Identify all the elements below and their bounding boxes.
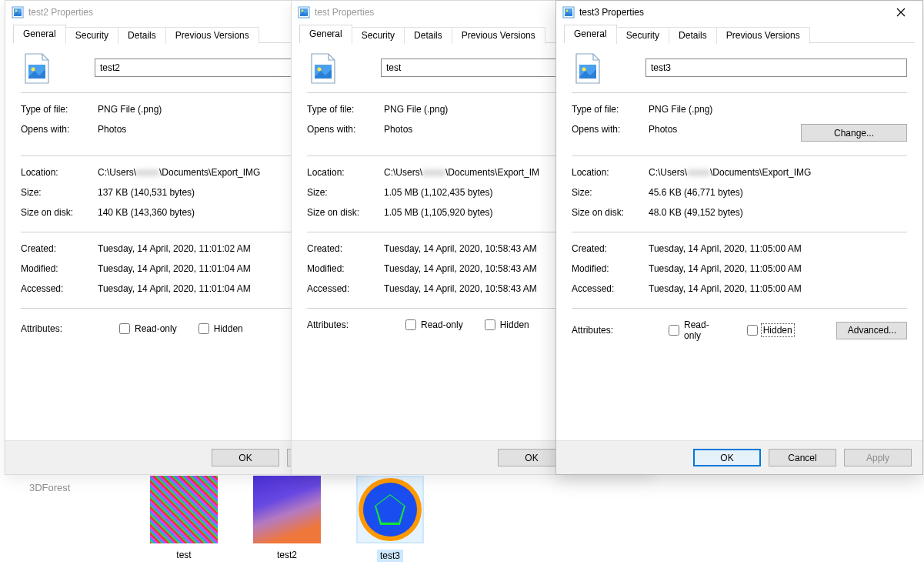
tab-previous-versions[interactable]: Previous Versions: [452, 27, 545, 44]
thumbnail-image: [150, 476, 218, 543]
value-size-on-disk: 48.0 KB (49,152 bytes): [649, 207, 907, 218]
window-icon: [12, 6, 24, 18]
label-location: Location:: [21, 167, 98, 178]
label-created: Created:: [307, 243, 384, 254]
filename-input[interactable]: [645, 59, 907, 77]
window-title: test3 Properties: [579, 7, 644, 18]
label-size: Size:: [307, 187, 384, 198]
label-type: Type of file:: [307, 104, 384, 115]
label-accessed: Accessed:: [21, 283, 98, 294]
thumbnail-caption: test3: [377, 550, 403, 562]
thumbnail-image: [253, 476, 321, 543]
tab-previous-versions[interactable]: Previous Versions: [165, 27, 259, 44]
advanced-button[interactable]: Advanced...: [836, 322, 907, 339]
tab-previous-versions[interactable]: Previous Versions: [716, 27, 810, 44]
label-size-on-disk: Size on disk:: [307, 207, 384, 218]
label-size-on-disk: Size on disk:: [21, 207, 98, 218]
tab-security[interactable]: Security: [616, 27, 669, 44]
file-type-icon: [24, 52, 50, 83]
thumbnail-image: [356, 476, 424, 543]
label-opens-with: Opens with:: [307, 124, 384, 142]
label-type: Type of file:: [21, 104, 98, 115]
value-modified: Tuesday, 14 April, 2020, 11:05:00 AM: [649, 263, 907, 274]
window-icon: [298, 6, 310, 18]
value-type: PNG File (.png): [649, 104, 907, 115]
label-size: Size:: [21, 187, 98, 198]
window-title: test Properties: [315, 7, 374, 18]
value-created: Tuesday, 14 April, 2020, 11:05:00 AM: [649, 243, 907, 254]
label-size: Size:: [572, 187, 649, 198]
window-title: test2 Properties: [28, 7, 93, 18]
label-created: Created:: [572, 243, 649, 254]
tab-bar: General Security Details Previous Versio…: [556, 24, 922, 42]
thumbnail-test2[interactable]: test2: [253, 476, 321, 562]
tab-general[interactable]: General: [13, 25, 66, 43]
label-modified: Modified:: [21, 263, 98, 274]
ok-button[interactable]: OK: [212, 449, 279, 466]
close-button[interactable]: [886, 2, 916, 23]
file-type-icon: [310, 52, 336, 83]
thumbnail-strip: test test2 test3: [150, 476, 424, 562]
label-location: Location:: [572, 167, 649, 178]
label-modified: Modified:: [307, 263, 384, 274]
hidden-checkbox[interactable]: Hidden: [747, 325, 793, 336]
label-attributes: Attributes:: [307, 319, 384, 330]
value-opens-with: Photos: [649, 124, 801, 142]
dialog-footer: OK Cancel Apply: [556, 440, 922, 474]
background-folder-label: 3DForest: [29, 482, 70, 493]
tab-general[interactable]: General: [564, 25, 617, 43]
label-attributes: Attributes:: [572, 325, 647, 336]
label-attributes: Attributes:: [21, 323, 98, 334]
label-opens-with: Opens with:: [21, 124, 98, 142]
tab-security[interactable]: Security: [65, 27, 118, 44]
hidden-checkbox[interactable]: Hidden: [485, 319, 529, 330]
label-accessed: Accessed:: [307, 283, 384, 294]
ok-button[interactable]: OK: [693, 449, 761, 466]
readonly-checkbox[interactable]: Read-only: [669, 319, 725, 341]
apply-button[interactable]: Apply: [844, 449, 912, 466]
tab-details[interactable]: Details: [669, 27, 717, 44]
cancel-button[interactable]: Cancel: [769, 449, 836, 466]
explorer-background: 3DForest test test2 test3: [0, 474, 924, 575]
titlebar[interactable]: test3 Properties: [556, 1, 922, 24]
label-created: Created:: [21, 243, 98, 254]
tab-security[interactable]: Security: [352, 27, 405, 44]
thumbnail-test[interactable]: test: [150, 476, 218, 562]
tab-content: Type of file:PNG File (.png) Opens with:…: [556, 43, 922, 440]
hidden-checkbox[interactable]: Hidden: [198, 323, 243, 334]
value-opens-with: Photos: [98, 124, 304, 142]
thumbnail-test3[interactable]: test3: [356, 476, 424, 562]
readonly-checkbox[interactable]: Read-only: [119, 323, 177, 334]
label-location: Location:: [307, 167, 384, 178]
change-button[interactable]: Change...: [801, 124, 907, 142]
window-icon: [562, 6, 575, 18]
file-type-icon: [575, 52, 601, 83]
label-size-on-disk: Size on disk:: [572, 207, 649, 218]
tab-general[interactable]: General: [299, 25, 352, 43]
label-type: Type of file:: [572, 104, 649, 115]
thumbnail-caption: test2: [253, 550, 321, 560]
value-accessed: Tuesday, 14 April, 2020, 11:05:00 AM: [649, 283, 907, 294]
properties-dialog-test3[interactable]: test3 Properties General Security Detail…: [555, 0, 923, 475]
value-size: 45.6 KB (46,771 bytes): [649, 187, 907, 198]
label-modified: Modified:: [572, 263, 649, 274]
label-accessed: Accessed:: [572, 283, 649, 294]
value-location: C:\Users\xxxxx\Documents\Export_IMG: [649, 167, 907, 178]
label-opens-with: Opens with:: [572, 124, 649, 142]
thumbnail-caption: test: [150, 550, 218, 560]
close-icon: [896, 8, 906, 17]
tab-details[interactable]: Details: [404, 27, 452, 44]
readonly-checkbox[interactable]: Read-only: [405, 319, 463, 330]
tab-details[interactable]: Details: [118, 27, 166, 44]
